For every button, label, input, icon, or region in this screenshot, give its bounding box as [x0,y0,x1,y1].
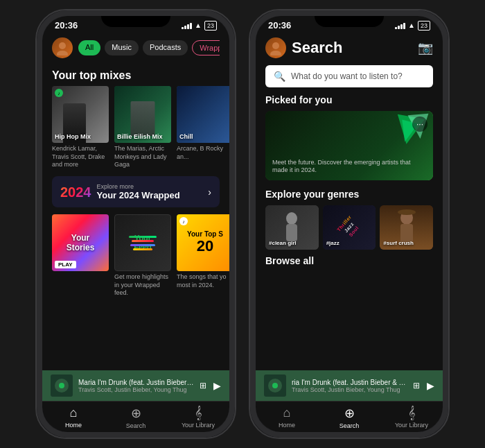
genre-card-clean[interactable]: #clean girl [265,205,319,250]
left-phone: 20:36 ▲ 23 [35,9,236,439]
now-playing-art-right [264,374,286,397]
wrapped-top-card[interactable]: Your Top S20 The songs that yo most in 2… [177,214,229,298]
svg-point-1 [57,51,68,55]
billie-eilish-mix-sub: The Marias, Arctic Monkeys and Lady Gaga [114,145,171,169]
devices-icon-left[interactable]: ⊞ [200,381,206,390]
chill-mix-card[interactable]: Chill Arcane, B Rocky an... [177,86,229,169]
explore-genres-section: Explore your genres #clean girl [256,186,443,250]
chill-mix-sub: Arcane, B Rocky an... [177,145,229,161]
play-button-left[interactable]: ▶ [213,380,221,391]
play-button-right[interactable]: ▶ [427,380,434,391]
wrapped-feed-card[interactable]: YourFeed Get more highlights in your Wra… [114,214,171,298]
svg-rect-7 [286,224,297,241]
hip-hop-mix-card[interactable]: Hip Hop Mix Kendrick Lamar, Travis Scott… [52,86,109,169]
filter-tab-podcasts[interactable]: Podcasts [143,40,188,55]
wifi-icon-right: ▲ [408,21,415,29]
bottom-nav-right: ⌂ Home ⊕ Search 𝄞 Your Library [256,401,443,432]
search-input-box[interactable]: 🔍 What do you want to listen to? [265,65,433,87]
now-playing-info-left: Maria I'm Drunk (feat. Justin Bieber & Y… [78,379,194,393]
picked-more-button[interactable]: ··· [412,117,427,132]
avatar-right[interactable] [265,37,286,58]
nav-search-right[interactable]: ⊕ Search [318,406,380,429]
wrapped-stories-card[interactable]: YourStories PLAY [52,214,109,298]
picked-for-you-title: Picked for you [265,94,433,105]
billie-eilish-mix-label: Billie Eilish Mix [117,133,168,140]
status-time-right: 20:36 [268,20,291,31]
picked-for-you-section: Picked for you ··· Meet the future. Disc… [256,94,443,180]
status-icons-right: ▲ 23 [395,21,430,31]
hip-hop-mix-sub: Kendrick Lamar, Travis Scott, Drake and … [52,145,109,169]
svg-point-3 [59,383,64,388]
search-placeholder-text: What do you want to listen to? [291,71,403,81]
search-page-title: Search [292,39,342,57]
picked-description: Meet the future. Discover the emerging a… [272,159,426,175]
spotify-dot-top [179,217,188,225]
wrapped-explore-label: Explore more [97,183,203,190]
svg-point-5 [270,51,281,55]
spotify-dot-1 [55,89,63,97]
home-icon-left: ⌂ [70,406,78,420]
devices-icon-right[interactable]: ⊞ [413,381,420,390]
wrapped-banner-text: Explore more Your 2024 Wrapped [97,183,203,200]
filter-tab-music[interactable]: Music [105,40,139,55]
now-playing-info-right: ria I'm Drunk (feat. Justin Bieber & You… [292,379,407,393]
now-playing-controls-left: ⊞ ▶ [200,380,221,391]
filter-tab-all[interactable]: All [78,40,100,55]
home-icon-right: ⌂ [283,406,291,420]
hip-hop-mix-label: Hip Hop Mix [55,133,106,140]
chill-mix-label: Chill [179,133,229,140]
genre-card-surf[interactable]: #surf crush [380,205,433,250]
wrapped-feed-sub: Get more highlights in your Wrapped feed… [114,273,171,298]
wrapped-cards-row: YourStories PLAY [42,214,229,298]
nav-search-label-left: Search [126,422,146,429]
play-badge: PLAY [55,261,76,268]
wrapped-top-sub: The songs that yo most in 2024. [177,273,229,289]
nav-library-label-right: Your Library [395,422,428,429]
hip-hop-mix-image: Hip Hop Mix [52,86,109,143]
explore-genres-title: Explore your genres [265,189,433,200]
nav-library-right[interactable]: 𝄞 Your Library [380,406,443,429]
mixes-row: Hip Hop Mix Kendrick Lamar, Travis Scott… [42,86,229,169]
library-icon-right: 𝄞 [408,406,416,420]
wrapped-banner-title: Your 2024 Wrapped [97,190,203,200]
genre-card-jazz[interactable]: Thriller Jazz Soul #jazz [323,205,376,250]
signal-icon-left [182,22,192,29]
wrapped-year-badge: 2024 [60,185,91,199]
search-icon-right: ⊕ [344,406,355,421]
search-icon-left: ⊕ [131,406,141,421]
now-playing-title-left: Maria I'm Drunk (feat. Justin Bieber & Y… [78,379,194,386]
nav-library-left[interactable]: 𝄞 Your Library [167,406,229,429]
svg-point-6 [286,212,297,225]
nav-search-left[interactable]: ⊕ Search [105,406,167,429]
now-playing-artist-right: Travis Scott, Justin Bieber, Young Thug [292,386,407,393]
notch-right [315,10,384,27]
picked-for-you-card[interactable]: ··· Meet the future. Discover the emergi… [265,111,433,180]
chill-mix-image: Chill [177,86,229,143]
filter-tabs: All Music Podcasts Wrapped [78,40,220,55]
wrapped-banner[interactable]: 2024 Explore more Your 2024 Wrapped › [52,176,220,207]
status-icons-left: ▲ 23 [182,21,217,31]
library-icon-left: 𝄞 [195,406,202,420]
now-playing-bar-right[interactable]: ria I'm Drunk (feat. Justin Bieber & You… [256,370,443,401]
search-header-left: Search [265,37,342,58]
svg-point-0 [59,42,66,49]
battery-icon-right: 23 [418,21,430,31]
now-playing-bar-left[interactable]: Maria I'm Drunk (feat. Justin Bieber & Y… [42,370,229,401]
wrapped-stories-image: YourStories PLAY [52,214,109,271]
camera-icon[interactable]: 📷 [418,40,433,55]
nav-home-left[interactable]: ⌂ Home [42,406,105,429]
right-phone: 20:36 ▲ 23 [249,9,450,439]
genre-label-jazz: #jazz [326,240,340,246]
nav-home-right[interactable]: ⌂ Home [256,406,318,429]
filter-tab-wrapped[interactable]: Wrapped [192,40,220,55]
home-header: All Music Podcasts Wrapped [42,32,229,62]
wrapped-stories-label: YourStories [67,233,95,253]
svg-point-4 [272,42,279,49]
wrapped-feed-image: YourFeed [114,214,171,271]
avatar-left[interactable] [52,37,73,58]
nav-home-label-right: Home [279,422,295,429]
battery-icon-left: 23 [204,21,217,31]
billie-eilish-mix-card[interactable]: Billie Eilish Mix The Marias, Arctic Mon… [114,86,171,169]
search-page-header: Search 📷 [256,32,443,62]
now-playing-title-right: ria I'm Drunk (feat. Justin Bieber & You… [292,379,407,386]
